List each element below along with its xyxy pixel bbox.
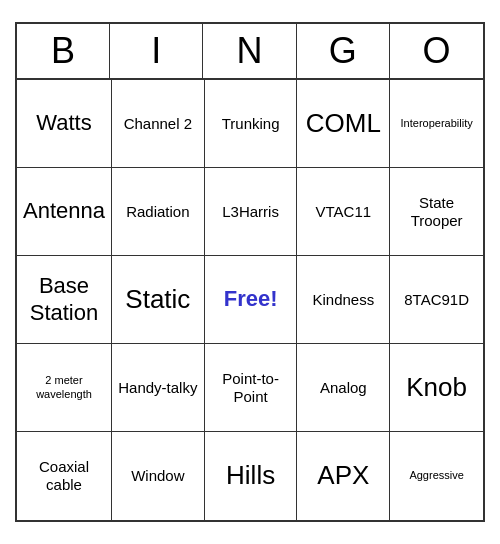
bingo-cell-4: Interoperability [390, 80, 483, 168]
bingo-cell-19: Knob [390, 344, 483, 432]
bingo-cell-9: State Trooper [390, 168, 483, 256]
bingo-cell-8: VTAC11 [297, 168, 390, 256]
header-letter: O [390, 24, 483, 78]
bingo-cell-23: APX [297, 432, 390, 520]
header-letter: G [297, 24, 390, 78]
bingo-cell-11: Static [112, 256, 205, 344]
bingo-cell-1: Channel 2 [112, 80, 205, 168]
bingo-card: BINGO WattsChannel 2TrunkingCOMLInterope… [15, 22, 485, 522]
bingo-cell-3: COML [297, 80, 390, 168]
bingo-cell-15: 2 meter wavelength [17, 344, 112, 432]
bingo-cell-0: Watts [17, 80, 112, 168]
bingo-cell-20: Coaxial cable [17, 432, 112, 520]
bingo-cell-2: Trunking [205, 80, 298, 168]
bingo-cell-10: Base Station [17, 256, 112, 344]
header-letter: B [17, 24, 110, 78]
bingo-cell-22: Hills [205, 432, 298, 520]
bingo-grid: WattsChannel 2TrunkingCOMLInteroperabili… [17, 80, 483, 520]
bingo-cell-24: Aggressive [390, 432, 483, 520]
header-letter: N [203, 24, 296, 78]
bingo-cell-18: Analog [297, 344, 390, 432]
bingo-cell-5: Antenna [17, 168, 112, 256]
bingo-cell-6: Radiation [112, 168, 205, 256]
bingo-cell-14: 8TAC91D [390, 256, 483, 344]
bingo-cell-16: Handy-talky [112, 344, 205, 432]
bingo-cell-13: Kindness [297, 256, 390, 344]
bingo-cell-21: Window [112, 432, 205, 520]
bingo-cell-12: Free! [205, 256, 298, 344]
bingo-cell-17: Point-to-Point [205, 344, 298, 432]
header-letter: I [110, 24, 203, 78]
bingo-cell-7: L3Harris [205, 168, 298, 256]
bingo-header: BINGO [17, 24, 483, 80]
